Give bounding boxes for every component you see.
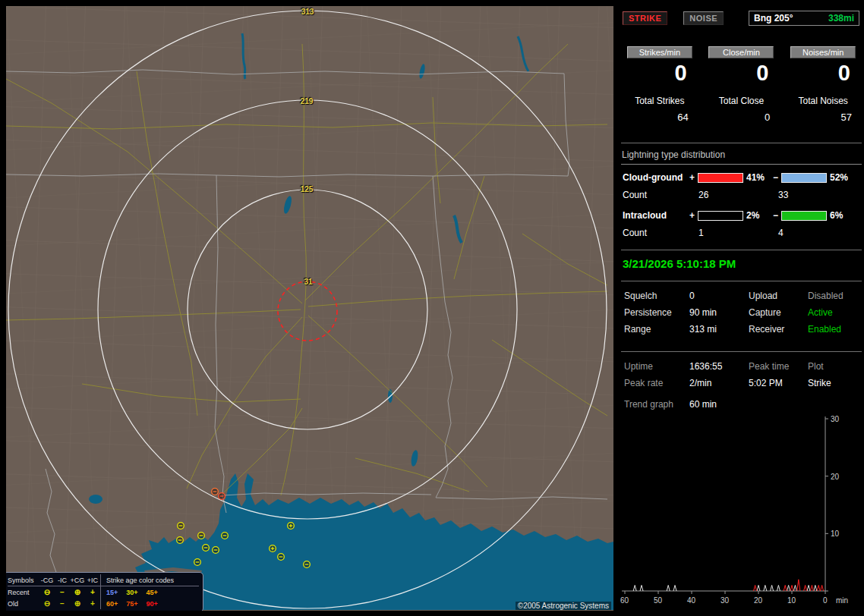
ic-negative-bar [781, 211, 827, 221]
ic-count-row: Count 1 4 [619, 228, 864, 238]
rates-section: Strikes/min 0 Close/min 0 Noises/min 0 [619, 46, 864, 84]
uptime-label: Uptime [624, 361, 689, 372]
total-strikes-label: Total Strikes [619, 96, 701, 106]
y-tick-label: 10 [831, 530, 840, 538]
total-noises-value: 57 [782, 112, 864, 123]
legend-header-row: Symbols -CG -IC +CG +IC Strike age color… [8, 574, 199, 586]
trend-spike-noises [793, 585, 796, 591]
ic-positive-bar [698, 211, 743, 221]
neg-cg-old-icon: ⊖ [39, 599, 55, 608]
cg-negative-pct: 52% [830, 172, 856, 183]
legend-symbols-title: Symbols [8, 577, 39, 584]
strike-age-code: 30+ [126, 589, 137, 596]
ic-negative-count: 4 [778, 228, 784, 238]
ic-positive-pct: 2% [746, 210, 773, 221]
datetime-display: 3/21/2026 5:10:18 PM [619, 250, 864, 276]
pos-cg-recent-icon: ⊕ [70, 588, 85, 596]
minus-sign: − [773, 210, 781, 221]
total-strikes-col: Total Strikes 64 [619, 96, 701, 123]
strike-symbol-neg [178, 523, 184, 530]
legend-recent-row: Recent ⊖ − ⊕ + 15+30+45+ [8, 586, 199, 598]
ic-negative-pct: 6% [830, 210, 856, 221]
neg-cg-recent-icon: ⊖ [39, 588, 55, 596]
trend-graph-duration: 60 min [689, 399, 864, 410]
ic-positive-count: 1 [698, 228, 778, 238]
trend-spike-noises [764, 585, 767, 591]
capture-label: Capture [749, 307, 808, 318]
totals-section: Total Strikes 64 Total Close 0 Total Noi… [619, 96, 864, 123]
trend-spike-strikes [821, 585, 824, 591]
trend-spike-noises [667, 585, 670, 591]
bearing-display: Bng 205° 338mi [749, 11, 859, 26]
x-tick-label: 50 [654, 596, 663, 605]
x-tick-label: 30 [721, 596, 730, 605]
strike-age-code: 45+ [147, 589, 158, 596]
ic-negative-bar-fill [782, 212, 826, 220]
persistence-label: Persistence [624, 307, 689, 318]
status-section: Uptime 1636:55 Peak time Plot Peak rate … [619, 352, 864, 388]
upload-label: Upload [749, 291, 808, 301]
x-tick-label: 20 [754, 596, 763, 605]
plus-sign: + [689, 172, 698, 183]
upload-status: Disabled [808, 291, 864, 301]
strike-symbol-neg [203, 545, 210, 552]
map-canvas[interactable]: 31321912531 Symbols -CG -IC +CG +IC Stri… [6, 6, 613, 611]
trend-spike-noises [673, 585, 676, 591]
trend-spike-strikes [817, 585, 820, 591]
trend-spike-strikes [754, 585, 757, 591]
strike-age-code: 15+ [106, 589, 118, 596]
strike-symbol-neg [278, 554, 285, 561]
trend-spike-strikes [784, 585, 787, 591]
cg-negative-bar-fill [782, 174, 826, 182]
intracloud-label: Intracloud [623, 210, 689, 221]
range-ring-label: 219 [301, 97, 314, 105]
trend-spike-noises [777, 585, 780, 591]
range-ring-label: 313 [301, 8, 314, 16]
capture-status: Active [808, 307, 864, 318]
age-codes-recent: 15+30+45+ [100, 586, 199, 598]
total-close-col: Total Close 0 [701, 96, 783, 123]
trend-spike-noises [640, 585, 643, 591]
cg-positive-pct: 41% [746, 172, 773, 183]
x-tick-label: 10 [787, 596, 796, 605]
noises-per-min-button[interactable]: Noises/min [790, 46, 856, 58]
strike-age-code: 60+ [106, 600, 118, 608]
trend-graph-label: Trend graph [624, 399, 689, 410]
legend-col-neg-ic: -IC [55, 577, 70, 584]
strike-symbol-neg [177, 537, 184, 544]
plot-value: Strike [808, 378, 864, 388]
total-close-value: 0 [701, 112, 783, 123]
age-codes-old: 60+75+90+ [100, 598, 199, 609]
trend-graph-header: Trend graph 60 min [619, 388, 864, 410]
total-strikes-value: 64 [619, 112, 701, 123]
trend-spike-noises [807, 585, 810, 591]
legend-col-pos-ic: +IC [85, 577, 100, 584]
cloud-ground-label: Cloud-ground [623, 172, 689, 183]
cg-negative-count: 33 [778, 190, 788, 200]
trend-spike-strikes [797, 580, 800, 591]
strike-symbol-neg [219, 493, 225, 500]
trend-graph: 3020106050403020100min [619, 414, 864, 613]
noise-mode-button[interactable]: NOISE [683, 11, 724, 25]
close-per-min-button[interactable]: Close/min [708, 46, 774, 58]
strikes-per-min-button[interactable]: Strikes/min [627, 46, 692, 58]
legend-col-pos-cg: +CG [70, 577, 85, 584]
x-tick-label: 0 [823, 596, 828, 605]
strike-symbol-neg [222, 533, 229, 539]
strike-mode-button[interactable]: STRIKE [623, 11, 667, 25]
pos-ic-old-icon: + [85, 599, 100, 608]
strike-symbol-neg [198, 533, 205, 539]
squelch-label: Squelch [624, 291, 689, 301]
x-tick-label: 40 [687, 596, 696, 605]
legend-age-title: Strike age color codes [100, 574, 199, 586]
total-close-label: Total Close [701, 96, 783, 106]
peak-rate-value: 2/min [689, 378, 749, 388]
range-ring-label: 125 [301, 185, 314, 193]
strike-symbol-neg [213, 547, 219, 554]
persistence-value: 90 min [689, 307, 749, 318]
strike-symbol-neg [304, 561, 311, 568]
total-noises-label: Total Noises [782, 96, 864, 106]
strike-symbol-pos [270, 545, 276, 552]
plot-label: Plot [808, 361, 864, 372]
uptime-value: 1636:55 [689, 361, 749, 372]
